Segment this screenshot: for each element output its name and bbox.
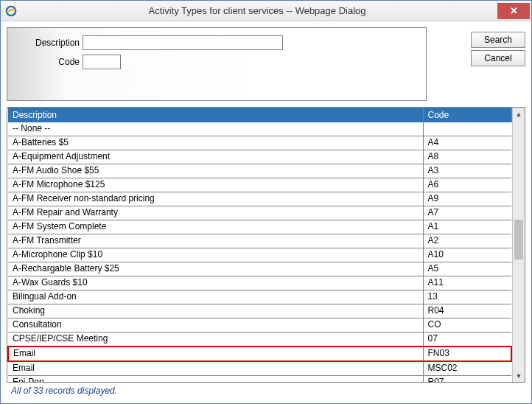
button-column: Search Cancel <box>471 27 525 66</box>
cell-code: MSC02 <box>423 361 511 376</box>
col-header-code[interactable]: Code <box>423 108 511 122</box>
cell-code: R07 <box>423 376 511 383</box>
scroll-down-arrow[interactable]: ▼ <box>513 369 525 382</box>
cell-description: A-FM Audio Shoe $55 <box>8 164 423 178</box>
search-panel: Description Code <box>7 27 427 101</box>
dialog-window: Activity Types for client services -- We… <box>0 0 532 404</box>
table-row[interactable]: ConsultationCO <box>8 318 511 332</box>
cell-description: Email <box>8 361 423 376</box>
cell-description: Choking <box>8 304 423 318</box>
scroll-track[interactable] <box>513 120 525 369</box>
cell-description: A-FM Repair and Warranty <box>8 206 423 220</box>
cell-description: CPSE/IEP/CSE Meeting <box>8 332 423 347</box>
cell-description: Bilingual Add-on <box>8 290 423 304</box>
code-label: Code <box>18 57 83 67</box>
cell-code <box>423 122 511 136</box>
cell-description: -- None -- <box>8 122 423 136</box>
cell-description: A-Equipment Adjustment <box>8 150 423 164</box>
table-row[interactable]: EmailFN03 <box>8 346 511 361</box>
close-icon: ✕ <box>510 5 518 16</box>
description-input[interactable] <box>83 35 283 50</box>
table-row[interactable]: Bilingual Add-on13 <box>8 290 511 304</box>
ie-icon <box>5 5 17 17</box>
cell-code: 07 <box>423 332 511 347</box>
col-header-description[interactable]: Description <box>8 108 423 122</box>
cell-code: A5 <box>423 262 511 276</box>
table-row[interactable]: A-Equipment AdjustmentA8 <box>8 150 511 164</box>
table-row[interactable]: A-FM Receiver non-standard pricingA9 <box>8 192 511 206</box>
table-row[interactable]: A-FM Audio Shoe $55A3 <box>8 164 511 178</box>
cell-description: A-FM Transmitter <box>8 234 423 248</box>
cell-code: A1 <box>423 220 511 234</box>
cell-code: A11 <box>423 276 511 290</box>
cell-code: A10 <box>423 248 511 262</box>
cell-code: FN03 <box>423 346 511 361</box>
results-grid: Description Code -- None --A-Batteries $… <box>7 108 512 382</box>
window-title: Activity Types for client services -- We… <box>17 5 497 16</box>
search-region: Description Code Search Cancel <box>7 27 525 101</box>
cell-code: 13 <box>423 290 511 304</box>
table-row[interactable]: A-Rechargable Battery $25A5 <box>8 262 511 276</box>
cell-code: A8 <box>423 150 511 164</box>
table-row[interactable]: A-Batteries $5A4 <box>8 136 511 150</box>
table-row[interactable]: EmailMSC02 <box>8 361 511 376</box>
cell-description: A-Rechargable Battery $25 <box>8 262 423 276</box>
title-bar: Activity Types for client services -- We… <box>1 1 531 21</box>
table-row[interactable]: Epi-PenR07 <box>8 376 511 383</box>
scroll-up-arrow[interactable]: ▲ <box>513 108 525 120</box>
cell-code: A3 <box>423 164 511 178</box>
description-label: Description <box>18 38 83 48</box>
cell-code: A9 <box>423 192 511 206</box>
table-row[interactable]: A-FM TransmitterA2 <box>8 234 511 248</box>
code-input[interactable] <box>83 55 121 69</box>
results-grid-wrap: Description Code -- None --A-Batteries $… <box>7 107 525 383</box>
results-grid-scroll: Description Code -- None --A-Batteries $… <box>7 108 512 382</box>
close-button[interactable]: ✕ <box>497 3 530 19</box>
cell-description: A-Batteries $5 <box>8 136 423 150</box>
scroll-thumb[interactable] <box>514 220 523 260</box>
cell-code: CO <box>423 318 511 332</box>
cell-description: Consultation <box>8 318 423 332</box>
cell-code: A4 <box>423 136 511 150</box>
table-row[interactable]: ChokingR04 <box>8 304 511 318</box>
cancel-button[interactable]: Cancel <box>471 50 525 66</box>
cell-code: R04 <box>423 304 511 318</box>
status-text: All of 33 records displayed. <box>7 383 525 400</box>
table-row[interactable]: CPSE/IEP/CSE Meeting07 <box>8 332 511 347</box>
cell-description: Epi-Pen <box>8 376 423 383</box>
cell-description: Email <box>8 346 423 361</box>
cell-code: A2 <box>423 234 511 248</box>
table-row[interactable]: A-FM Microphone $125A6 <box>8 178 511 192</box>
search-button[interactable]: Search <box>471 32 525 48</box>
table-row[interactable]: A-Microphone Clip $10A10 <box>8 248 511 262</box>
cell-description: A-Microphone Clip $10 <box>8 248 423 262</box>
cell-description: A-FM Microphone $125 <box>8 178 423 192</box>
table-row[interactable]: -- None -- <box>8 122 511 136</box>
cell-description: A-FM Receiver non-standard pricing <box>8 192 423 206</box>
cell-code: A6 <box>423 178 511 192</box>
cell-description: A-FM System Complete <box>8 220 423 234</box>
table-row[interactable]: A-Wax Guards $10A11 <box>8 276 511 290</box>
table-row[interactable]: A-FM Repair and WarrantyA7 <box>8 206 511 220</box>
vertical-scrollbar[interactable]: ▲ ▼ <box>512 108 525 382</box>
cell-description: A-Wax Guards $10 <box>8 276 423 290</box>
dialog-content: Description Code Search Cancel <box>1 21 531 403</box>
table-row[interactable]: A-FM System CompleteA1 <box>8 220 511 234</box>
cell-code: A7 <box>423 206 511 220</box>
